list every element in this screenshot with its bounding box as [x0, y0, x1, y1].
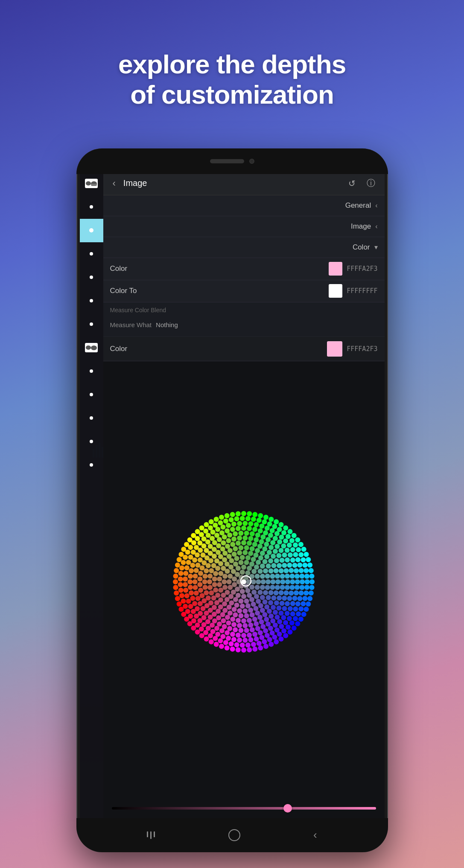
back-nav-button[interactable]: ‹ — [313, 828, 317, 842]
recent-apps-button[interactable] — [147, 831, 155, 839]
general-chevron: ‹ — [375, 202, 377, 209]
sidebar-item-dot-9[interactable] — [80, 430, 103, 453]
svg-point-375 — [283, 620, 288, 625]
svg-point-451 — [234, 642, 239, 647]
svg-point-52 — [222, 574, 228, 579]
dot-icon-7 — [90, 393, 93, 396]
sidebar — [80, 172, 103, 818]
color-swatch-2[interactable] — [329, 284, 342, 298]
svg-point-34 — [231, 569, 236, 574]
svg-point-113 — [237, 550, 242, 555]
home-button[interactable] — [228, 829, 240, 841]
svg-point-216 — [242, 623, 248, 628]
color-picker-panel: Color FFFFA2F3 — [103, 337, 385, 818]
color-row-2[interactable]: Color To FFFFFFFF — [103, 280, 385, 302]
sidebar-item-image-mid[interactable] — [80, 336, 103, 360]
svg-point-107 — [213, 571, 218, 576]
color-wheel-container[interactable] — [103, 361, 385, 803]
svg-point-87 — [263, 568, 268, 573]
svg-point-385 — [231, 637, 236, 642]
svg-point-520 — [252, 647, 257, 652]
back-button[interactable]: ‹ — [109, 176, 119, 191]
svg-point-491 — [272, 524, 277, 529]
sidebar-item-dot-2[interactable] — [80, 242, 103, 266]
brightness-slider[interactable] — [103, 803, 385, 818]
dot-icon-10 — [90, 463, 93, 467]
svg-point-360 — [281, 543, 286, 549]
sidebar-item-dot-1[interactable] — [80, 195, 103, 219]
sidebar-item-dot-10[interactable] — [80, 453, 103, 477]
svg-point-408 — [201, 537, 207, 542]
sidebar-item-dot-3[interactable] — [80, 266, 103, 289]
sidebar-item-dot-7[interactable] — [80, 383, 103, 406]
svg-point-276 — [198, 601, 203, 606]
nav-line-2 — [150, 831, 152, 839]
svg-point-368 — [300, 585, 305, 590]
svg-point-255 — [289, 590, 294, 595]
sidebar-item-image-top[interactable] — [80, 172, 103, 195]
svg-point-507 — [306, 601, 311, 607]
svg-point-538 — [175, 596, 180, 601]
general-row[interactable]: General ‹ — [103, 195, 385, 216]
svg-point-386 — [226, 636, 231, 641]
svg-point-16 — [240, 589, 245, 594]
svg-point-91 — [268, 590, 274, 595]
svg-point-412 — [220, 525, 225, 530]
color-wheel[interactable] — [167, 505, 321, 659]
sidebar-item-active[interactable] — [80, 219, 103, 242]
color-dropdown-row[interactable]: Color ▾ — [103, 237, 385, 258]
svg-point-574 — [304, 552, 309, 557]
image-label: Image — [351, 222, 371, 231]
info-button[interactable]: ⓘ — [363, 176, 379, 191]
svg-point-267 — [238, 628, 243, 633]
color-row-1-label: Color — [110, 264, 329, 273]
svg-point-259 — [279, 611, 284, 616]
svg-point-424 — [283, 538, 288, 543]
svg-point-184 — [204, 568, 209, 573]
svg-point-277 — [196, 596, 201, 601]
svg-point-197 — [262, 546, 267, 552]
color-row-1[interactable]: Color FFFFA2F3 — [103, 258, 385, 280]
svg-point-144 — [211, 563, 216, 568]
svg-point-446 — [262, 639, 267, 644]
svg-point-350 — [230, 527, 235, 532]
svg-point-51 — [222, 579, 227, 584]
svg-point-60 — [258, 569, 263, 574]
svg-point-282 — [194, 568, 199, 573]
svg-point-536 — [179, 607, 184, 612]
sidebar-item-dot-5[interactable] — [80, 313, 103, 336]
sidebar-item-dot-8[interactable] — [80, 406, 103, 430]
reset-button[interactable]: ↺ — [345, 177, 359, 190]
picker-swatch[interactable] — [327, 341, 342, 357]
svg-point-246 — [268, 545, 274, 550]
svg-point-503 — [309, 579, 315, 584]
measure-row[interactable]: Measure What Nothing — [110, 318, 378, 332]
measure-what-label: Measure What — [110, 321, 152, 328]
svg-point-97 — [242, 609, 248, 614]
sidebar-item-dot-6[interactable] — [80, 360, 103, 383]
svg-point-448 — [251, 642, 256, 647]
image-row[interactable]: Image ‹ — [103, 216, 385, 237]
svg-point-489 — [262, 520, 267, 525]
svg-point-464 — [181, 598, 186, 604]
svg-point-436 — [301, 601, 306, 607]
svg-point-432 — [305, 579, 310, 584]
svg-point-208 — [280, 601, 285, 606]
svg-point-127 — [264, 604, 269, 610]
svg-point-77 — [218, 571, 223, 576]
svg-point-556 — [219, 515, 224, 520]
svg-point-295 — [250, 531, 255, 537]
svg-point-550 — [191, 533, 196, 538]
svg-point-334 — [190, 596, 195, 601]
sidebar-item-dot-4[interactable] — [80, 289, 103, 313]
svg-point-578 — [309, 574, 315, 579]
color-swatch-1[interactable] — [329, 262, 342, 276]
svg-point-283 — [196, 563, 201, 568]
svg-point-570 — [292, 533, 297, 538]
slider-thumb[interactable] — [283, 804, 292, 813]
svg-point-124 — [274, 590, 279, 595]
svg-point-206 — [284, 590, 289, 595]
slider-track[interactable] — [112, 807, 376, 810]
svg-point-499 — [301, 557, 306, 563]
svg-point-500 — [302, 563, 307, 568]
